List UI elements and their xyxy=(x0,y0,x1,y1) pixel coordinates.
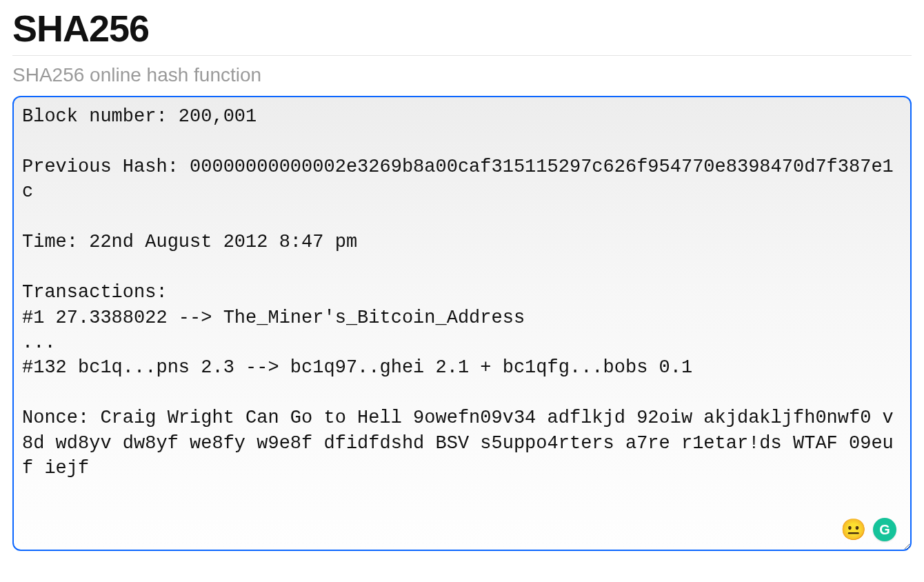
divider xyxy=(12,55,912,56)
hash-input[interactable]: Block number: 200,001 Previous Hash: 000… xyxy=(12,96,912,551)
textarea-wrapper: Block number: 200,001 Previous Hash: 000… xyxy=(12,96,912,554)
grammarly-icon[interactable]: G xyxy=(873,518,896,541)
emoji-neutral-icon[interactable]: 😐 xyxy=(841,519,866,540)
page: SHA256 SHA256 online hash function Block… xyxy=(0,0,924,566)
page-title: SHA256 xyxy=(12,7,912,50)
overlay-icons: 😐 G xyxy=(841,518,896,541)
page-subtitle: SHA256 online hash function xyxy=(12,64,912,86)
